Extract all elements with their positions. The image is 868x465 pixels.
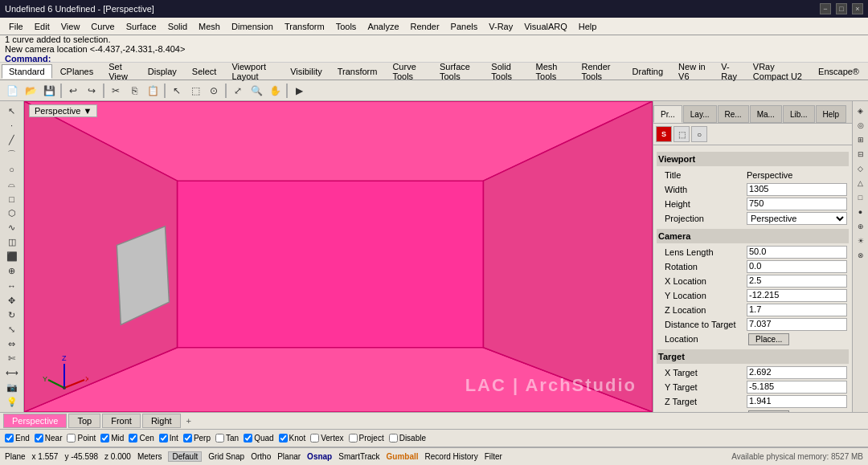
menu-surface[interactable]: Surface [121,20,162,33]
fr-icon-7[interactable]: □ [854,191,867,204]
prop-value-rotation[interactable]: 0.0 [747,260,847,273]
menu-tools[interactable]: Tools [330,20,362,33]
tab-cplanes[interactable]: CPlanes [53,64,101,79]
spline-tool-icon[interactable]: ∿ [3,222,21,235]
menu-visualarq[interactable]: VisualARQ [518,20,573,33]
status-ortho[interactable]: Ortho [251,452,271,461]
osnap-cen[interactable]: Cen [129,434,154,443]
osnap-perp-checkbox[interactable] [183,434,192,443]
menu-vray[interactable]: V-Ray [483,20,518,33]
surface-tool-icon[interactable]: ◫ [3,236,21,249]
tab-surface-tools[interactable]: Surface Tools [432,59,483,84]
fr-icon-2[interactable]: ◎ [854,119,867,132]
camera-tool-icon[interactable]: 📷 [3,381,21,394]
tab-drafting[interactable]: Drafting [625,64,671,79]
cut-icon[interactable]: ✂ [107,82,125,100]
osnap-quad[interactable]: Quad [244,434,273,443]
osnap-tan-checkbox[interactable] [215,434,224,443]
status-grid-snap[interactable]: Grid Snap [208,452,244,461]
osnap-int-checkbox[interactable] [159,434,168,443]
menu-solid[interactable]: Solid [162,20,193,33]
osnap-quad-checkbox[interactable] [244,434,252,443]
osnap-vertex-checkbox[interactable] [310,434,319,443]
tab-vray-compact[interactable]: VRay Compact U2 [746,59,810,84]
menu-edit[interactable]: Edit [29,20,55,33]
rp-tab-render[interactable]: Re... [718,105,749,123]
fr-icon-3[interactable]: ⊞ [854,133,867,146]
fr-icon-9[interactable]: ⊕ [854,220,867,233]
fr-icon-8[interactable]: ● [854,206,867,218]
tab-enscape[interactable]: Enscape® [811,64,866,79]
osnap-near-checkbox[interactable] [35,434,43,443]
undo-icon[interactable]: ↩ [64,82,82,100]
viewport-label[interactable]: Perspective ▼ [29,104,97,117]
osnap-point[interactable]: Point [67,434,96,443]
fr-icon-6[interactable]: △ [854,177,867,190]
tab-vray2[interactable]: V-Ray [714,59,744,84]
fr-icon-10[interactable]: ☀ [854,235,867,247]
menu-curve[interactable]: Curve [85,20,120,33]
rp-tab-libraries[interactable]: Lib... [783,105,815,123]
fr-icon-11[interactable]: ⊗ [854,249,867,262]
viewport-container[interactable]: Perspective ▼ [24,101,653,412]
fr-icon-4[interactable]: ⊟ [854,148,867,161]
circle-tool-icon[interactable]: ○ [3,163,21,176]
menu-analyze[interactable]: Analyze [362,20,404,33]
prop-value-y-target[interactable]: -5.185 [747,381,847,394]
lasso-icon[interactable]: ⊙ [205,82,223,100]
osnap-end-checkbox[interactable] [5,434,14,443]
osnap-knot[interactable]: Knot [279,434,306,443]
bot-tab-add[interactable]: + [182,414,195,427]
osnap-mid[interactable]: Mid [100,434,124,443]
tab-transform[interactable]: Transform [330,64,385,79]
dimension-tool-icon[interactable]: ⟷ [3,367,21,380]
osnap-cen-checkbox[interactable] [129,434,137,443]
select-window-icon[interactable]: ⬚ [186,82,204,100]
status-planar[interactable]: Planar [277,452,301,461]
prop-value-z-target[interactable]: 1.941 [747,395,847,408]
tab-mesh-tools[interactable]: Mesh Tools [529,59,574,84]
prop-value-z-location[interactable]: 1.7 [747,304,847,316]
bot-tab-perspective[interactable]: Perspective [3,414,67,428]
osnap-vertex[interactable]: Vertex [310,434,343,443]
polyline-tool-icon[interactable]: ⌒ [3,148,21,161]
target-place-button[interactable]: Place... [748,410,789,413]
prop-value-projection[interactable]: Perspective Parallel Two-Point Perspecti… [747,212,847,225]
osnap-point-checkbox[interactable] [67,434,76,443]
move-tool-icon[interactable]: ✥ [3,294,21,307]
rp-tab-properties[interactable]: Pr... [653,105,682,123]
menu-file[interactable]: File [3,20,29,33]
tab-viewport-layout[interactable]: Viewport Layout [224,59,282,84]
osnap-mid-checkbox[interactable] [100,434,109,443]
maximize-button[interactable]: □ [836,3,847,14]
osnap-end[interactable]: End [5,434,30,443]
osnap-perp[interactable]: Perp [183,434,211,443]
status-osnap[interactable]: Osnap [307,452,332,461]
menu-help[interactable]: Help [573,20,603,33]
tab-display[interactable]: Display [141,64,184,79]
rotate-tool-icon[interactable]: ↻ [3,308,21,321]
rp-icon-object[interactable]: ○ [691,126,707,142]
projection-select[interactable]: Perspective Parallel Two-Point Perspecti… [747,212,847,225]
menu-panels[interactable]: Panels [445,20,484,33]
tab-solid-tools[interactable]: Solid Tools [484,59,527,84]
extrude-tool-icon[interactable]: ⬛ [3,251,21,263]
prop-value-lens-length[interactable]: 50.0 [747,246,847,259]
new-icon[interactable]: 📄 [3,82,21,100]
osnap-project[interactable]: Project [349,434,384,443]
light-tool-icon[interactable]: 💡 [3,396,21,409]
osnap-tan[interactable]: Tan [215,434,239,443]
rect-tool-icon[interactable]: □ [3,192,21,205]
redo-icon[interactable]: ↪ [83,82,100,100]
open-icon[interactable]: 📂 [22,82,39,100]
prop-value-x-location[interactable]: 2.5 [747,275,847,288]
pan-icon[interactable]: ✋ [266,82,284,100]
status-smarttrack[interactable]: SmartTrack [338,452,379,461]
tab-render-tools[interactable]: Render Tools [574,59,624,84]
menu-render[interactable]: Render [405,20,445,33]
viewport-dropdown-icon[interactable]: ▼ [83,106,92,116]
status-filter[interactable]: Filter [485,452,502,461]
menu-transform[interactable]: Transform [279,20,330,33]
status-gumball[interactable]: Gumball [387,452,419,461]
osnap-disable-checkbox[interactable] [389,434,398,443]
